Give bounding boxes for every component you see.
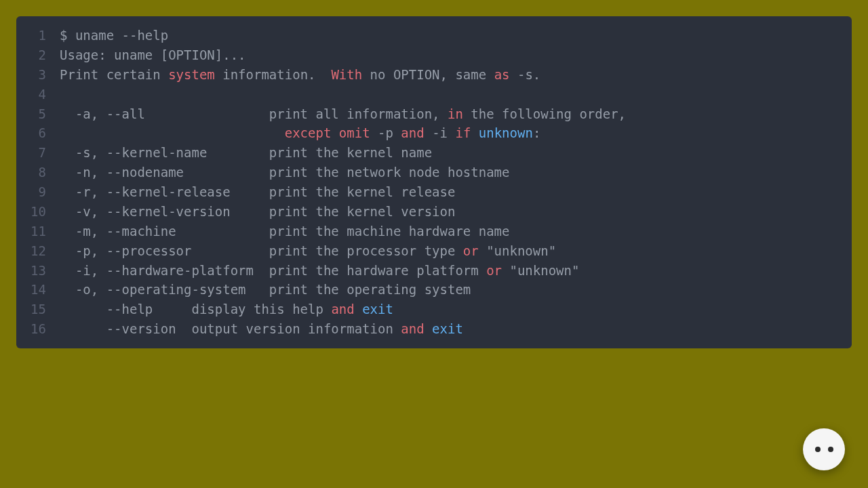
line-number: 12 — [16, 241, 60, 261]
code-line: 5 -a, --all print all information, in th… — [16, 104, 852, 124]
line-content: --version output version information and… — [60, 319, 463, 339]
code-block: 1$ uname --help2Usage: uname [OPTION]...… — [16, 16, 852, 348]
line-content: -o, --operating-system print the operati… — [60, 280, 471, 300]
code-line: 14 -o, --operating-system print the oper… — [16, 280, 852, 300]
line-number: 2 — [16, 45, 60, 65]
line-content: -p, --processor print the processor type… — [60, 241, 556, 261]
line-content: -s, --kernel-name print the kernel name — [60, 143, 432, 163]
line-content: -i, --hardware-platform print the hardwa… — [60, 261, 579, 281]
line-number: 11 — [16, 222, 60, 241]
code-line: 10 -v, --kernel-version print the kernel… — [16, 202, 852, 222]
code-line: 9 -r, --kernel-release print the kernel … — [16, 182, 852, 202]
line-content: -n, --nodename print the network node ho… — [60, 163, 509, 182]
code-line: 8 -n, --nodename print the network node … — [16, 163, 852, 182]
line-content: -m, --machine print the machine hardware… — [60, 222, 509, 241]
line-number: 13 — [16, 261, 60, 281]
chat-dot-icon — [815, 447, 821, 452]
line-number: 14 — [16, 280, 60, 300]
code-line: 6 except omit -p and -i if unknown: — [16, 123, 852, 143]
line-content: --help display this help and exit — [60, 300, 393, 319]
chat-widget-button[interactable] — [803, 428, 845, 470]
code-line: 2Usage: uname [OPTION]... — [16, 45, 852, 65]
code-line: 4 — [16, 85, 852, 104]
line-content: -r, --kernel-release print the kernel re… — [60, 182, 455, 202]
line-content: except omit -p and -i if unknown: — [60, 123, 540, 143]
line-number: 3 — [16, 65, 60, 85]
code-line: 16 --version output version information … — [16, 319, 852, 339]
code-line: 3Print certain system information. With … — [16, 65, 852, 85]
line-content: $ uname --help — [60, 26, 168, 45]
chat-dot-icon — [828, 447, 833, 452]
line-content: -v, --kernel-version print the kernel ve… — [60, 202, 455, 222]
line-number: 6 — [16, 123, 60, 143]
code-line: 11 -m, --machine print the machine hardw… — [16, 222, 852, 241]
line-number: 8 — [16, 163, 60, 182]
code-line: 12 -p, --processor print the processor t… — [16, 241, 852, 261]
line-number: 16 — [16, 319, 60, 339]
line-content: Print certain system information. With n… — [60, 65, 540, 85]
line-number: 4 — [16, 85, 60, 104]
line-number: 1 — [16, 26, 60, 45]
code-line: 13 -i, --hardware-platform print the har… — [16, 261, 852, 281]
line-number: 9 — [16, 182, 60, 202]
line-content: -a, --all print all information, in the … — [60, 104, 626, 124]
line-number: 15 — [16, 300, 60, 319]
code-line: 15 --help display this help and exit — [16, 300, 852, 319]
line-number: 5 — [16, 104, 60, 124]
code-line: 1$ uname --help — [16, 26, 852, 45]
code-line: 7 -s, --kernel-name print the kernel nam… — [16, 143, 852, 163]
line-number: 10 — [16, 202, 60, 222]
line-number: 7 — [16, 143, 60, 163]
line-content: Usage: uname [OPTION]... — [60, 45, 246, 65]
